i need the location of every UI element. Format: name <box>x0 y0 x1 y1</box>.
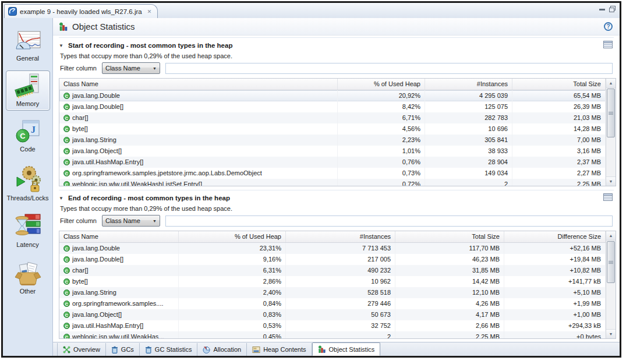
restore-view-icon[interactable] <box>609 6 615 11</box>
minimize-view-icon[interactable] <box>599 6 605 10</box>
class-name-cell: Cjava.lang.Object[] <box>59 146 338 157</box>
filter-column-select[interactable]: Class Name ▼ <box>102 62 160 74</box>
table-cell: 50 673 <box>286 309 395 320</box>
column-header[interactable]: Total Size <box>512 79 606 90</box>
start-of-recording-table: Class Name% of Used Heap#InstancesTotal … <box>59 78 616 186</box>
page-header: Object Statistics ? <box>53 18 620 36</box>
class-name-text: java.lang.Double <box>72 90 120 101</box>
chevron-down-icon[interactable]: ▼ <box>59 196 65 201</box>
column-header[interactable]: Class Name <box>59 231 179 242</box>
table-row[interactable]: Cweblogic.jsp.wlw.util.WeakHas...0,45%22… <box>59 331 606 338</box>
class-name-text: java.lang.Object[] <box>72 309 122 320</box>
filter-text-input[interactable] <box>165 215 613 227</box>
column-header[interactable]: Class Name <box>59 79 338 90</box>
sidebar-item-latency[interactable]: Latency <box>6 210 50 252</box>
class-icon: C <box>63 104 70 110</box>
sidebar-item-code[interactable]: J C Code <box>6 116 50 156</box>
class-name-cell: Cjava.util.HashMap.Entry[] <box>59 157 338 168</box>
column-header[interactable]: % of Used Heap <box>179 231 286 242</box>
table-row[interactable]: Cjava.lang.Object[]1,01%38 9333,16 MB <box>59 146 606 157</box>
table-settings-icon[interactable] <box>603 193 613 203</box>
table-cell: 28 904 <box>425 157 512 168</box>
editor-tab[interactable]: example 9 - heavily loaded wls_R27.6.jra… <box>4 4 158 18</box>
table-cell: 2,86% <box>179 276 286 287</box>
scroll-down-icon[interactable]: ▼ <box>606 176 616 186</box>
scroll-up-icon[interactable]: ▲ <box>606 231 616 241</box>
class-name-cell: Cchar[] <box>59 265 179 276</box>
table-cell: +5,10 MB <box>504 287 606 298</box>
class-icon: C <box>63 323 70 329</box>
sidebar-item-general[interactable]: General <box>6 27 50 65</box>
table-settings-icon[interactable] <box>603 40 613 51</box>
page-title: Object Statistics <box>72 22 135 31</box>
column-header[interactable]: % of Used Heap <box>338 79 425 90</box>
table-row[interactable]: Cjava.util.HashMap.Entry[]0,53%32 7522,6… <box>59 320 606 331</box>
section-start-of-recording: ▼ Start of recording - most common types… <box>59 37 614 186</box>
scrollbar-thumb[interactable] <box>607 89 615 137</box>
table-row[interactable]: Cjava.lang.String2,23%305 8417,00 MB <box>59 135 606 146</box>
class-name-cell: Cbyte[] <box>59 123 338 135</box>
table-cell: +294,33 kB <box>504 320 606 331</box>
tab-gc-statistics[interactable]: GC Statistics <box>140 343 198 356</box>
column-header[interactable]: Difference Size <box>504 231 606 242</box>
sidebar-item-memory[interactable]: Memory <box>6 70 50 111</box>
tab-heap-contents[interactable]: Heap Contents <box>247 343 312 356</box>
table-cell: 26,39 MB <box>512 101 606 112</box>
chevron-down-icon: ▼ <box>153 66 157 70</box>
class-name-text: weblogic.jsp.wlw.util.WeakHas... <box>72 331 164 338</box>
table-row[interactable]: Corg.springframework.samples....0,84%279… <box>59 298 606 309</box>
column-header[interactable]: Total Size <box>395 231 504 242</box>
table-row[interactable]: Cjava.lang.Double23,31%7 713 453117,70 M… <box>59 243 606 254</box>
bar-chart-icon <box>318 345 326 354</box>
table-cell: 279 446 <box>286 298 395 309</box>
table-cell: 4,17 MB <box>395 309 504 320</box>
table-cell: 305 841 <box>425 135 512 146</box>
table-cell: 0,84% <box>179 298 286 309</box>
chevron-down-icon[interactable]: ▼ <box>59 43 65 48</box>
tab-object-statistics[interactable]: Object Statistics <box>312 342 381 356</box>
table-row[interactable]: Cjava.lang.Double[]8,42%125 07526,39 MB <box>59 101 606 112</box>
table-row[interactable]: Cbyte[]2,86%10 96214,42 MB+141,77 kB <box>59 276 606 287</box>
tab-allocation[interactable]: Allocation <box>197 343 247 356</box>
table-cell: 7,00 MB <box>512 135 606 146</box>
table-cell: +10,82 MB <box>504 265 606 276</box>
vertical-scrollbar[interactable]: ▲ ▼ <box>606 231 616 338</box>
filter-column-value: Class Name <box>105 217 140 224</box>
close-icon[interactable]: ✕ <box>147 9 152 15</box>
table-row[interactable]: Cchar[]6,31%490 23231,85 MB+10,82 MB <box>59 265 606 276</box>
sidebar-item-threads-locks[interactable]: Threads/Locks <box>6 161 50 205</box>
table-row[interactable]: Cchar[]6,71%282 78321,03 MB <box>59 112 606 123</box>
class-name-cell: Corg.springframework.samples.jpetstore.j… <box>59 168 338 179</box>
scroll-down-icon[interactable]: ▼ <box>606 329 616 338</box>
table-cell: 9,16% <box>179 254 286 265</box>
table-row[interactable]: Cbyte[]4,56%10 69614,28 MB <box>59 123 606 135</box>
table-row[interactable]: Cjava.util.HashMap.Entry[]0,76%28 9042,3… <box>59 157 606 168</box>
class-name-text: org.springframework.samples.... <box>72 298 164 309</box>
table-row[interactable]: Cjava.lang.Double[]9,16%217 00546,23 MB+… <box>59 254 606 265</box>
table-cell: 2,25 MB <box>512 179 606 186</box>
scrollbar-thumb[interactable] <box>607 241 615 283</box>
filter-column-select[interactable]: Class Name ▼ <box>102 215 160 227</box>
code-icon: J C <box>15 119 41 144</box>
class-name-text: java.lang.Object[] <box>72 146 122 157</box>
help-icon[interactable]: ? <box>604 22 613 31</box>
scroll-up-icon[interactable]: ▲ <box>606 79 616 88</box>
table-row[interactable]: Cjava.lang.Double20,92%4 295 03965,54 MB <box>59 90 606 101</box>
tab-gcs[interactable]: GCs <box>106 343 140 356</box>
table-row[interactable]: Corg.springframework.samples.jpetstore.j… <box>59 168 606 179</box>
vertical-scrollbar[interactable]: ▲ ▼ <box>606 79 616 186</box>
column-header[interactable]: #Instances <box>425 79 512 90</box>
table-cell: 0,73% <box>338 168 425 179</box>
column-header[interactable]: #Instances <box>286 231 395 242</box>
filter-text-input[interactable] <box>165 63 613 74</box>
section-header[interactable]: ▼ End of recording - most common types i… <box>59 190 614 204</box>
editor-tab-bar: example 9 - heavily loaded wls_R27.6.jra… <box>3 3 620 18</box>
class-name-cell: Cjava.lang.String <box>59 135 338 146</box>
table-row[interactable]: Cweblogic.jsp.wlw.util.WeakHashListSet.E… <box>59 179 606 186</box>
table-row[interactable]: Cjava.lang.String2,40%528 51812,10 MB+5,… <box>59 287 606 298</box>
sidebar-item-other[interactable]: Other <box>6 257 50 298</box>
section-header[interactable]: ▼ Start of recording - most common types… <box>59 38 614 52</box>
tab-overview[interactable]: Overview <box>57 343 106 356</box>
memory-ram-icon <box>15 73 41 99</box>
table-row[interactable]: Cjava.lang.Object[]0,83%50 6734,17 MB+1,… <box>59 309 606 320</box>
